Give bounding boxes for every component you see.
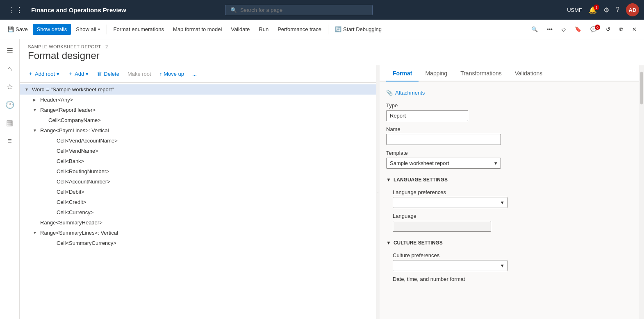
item-text: Header<Any>: [40, 97, 73, 103]
tab-validations[interactable]: Validations: [508, 65, 549, 81]
notification-badge: 1: [594, 5, 599, 10]
show-all-chevron: ▾: [98, 27, 100, 32]
tree-item[interactable]: Cell<VendAccountName>: [20, 136, 376, 146]
tab-format[interactable]: Format: [386, 65, 419, 81]
map-format-button[interactable]: Map format to model: [169, 24, 226, 35]
lang-pref-field-group: Language preferences ▾: [386, 189, 633, 208]
help-icon[interactable]: ?: [616, 6, 619, 14]
tree-item[interactable]: Cell<Debit>: [20, 187, 376, 197]
item-text: Word = "Sample worksheet report": [32, 86, 114, 93]
start-debugging-button[interactable]: 🔄 Start Debugging: [331, 24, 386, 35]
layout: ☰ ⌂ ☆ 🕐 ▦ ≡ SAMPLE WORKSHEET REPORT : 2 …: [0, 39, 644, 319]
name-input[interactable]: [386, 134, 501, 145]
tree-item[interactable]: Cell<SummaryCurrency>: [20, 238, 376, 248]
app-grid-icon[interactable]: ⋮⋮: [5, 2, 26, 18]
tab-mapping[interactable]: Mapping: [419, 65, 454, 81]
template-field-group: Template Sample worksheet report ▾: [386, 150, 633, 169]
delete-button[interactable]: 🗑 Delete: [93, 69, 123, 79]
show-details-button[interactable]: Show details: [33, 24, 71, 35]
avatar[interactable]: AD: [626, 3, 639, 16]
item-text: Range<SummaryLines>: Vertical: [40, 230, 118, 236]
separator-1: [107, 25, 107, 34]
tree-item[interactable]: ▼ Range<PaymLines>: Vertical: [20, 125, 376, 136]
item-text: Cell<Credit>: [57, 199, 86, 205]
culture-pref-label: Culture preferences: [393, 252, 633, 258]
tree-item[interactable]: Range<SummaryHeader>: [20, 217, 376, 228]
tree-item[interactable]: Cell<Credit>: [20, 197, 376, 207]
sidebar-list-icon[interactable]: ≡: [2, 133, 18, 149]
sidebar-menu-icon[interactable]: ☰: [2, 43, 18, 59]
show-all-button[interactable]: Show all ▾: [72, 24, 104, 35]
panel-divider[interactable]: ⋮: [376, 65, 380, 319]
search-icon: 🔍: [230, 7, 237, 13]
tree-item[interactable]: ▶ Header<Any>: [20, 95, 376, 105]
tree-item[interactable]: ▼ Range<SummaryLines>: Vertical: [20, 228, 376, 238]
expand-icon: ▶: [33, 97, 38, 102]
command-bar: 💾 Save Show details Show all ▾ Format en…: [0, 20, 644, 39]
designer-area: ＋ Add root ▾ ＋ Add ▾ 🗑 Delete Make ro: [20, 65, 644, 319]
item-text: Cell<Currency>: [57, 209, 93, 215]
tree-item[interactable]: ▼ Word = "Sample worksheet report": [20, 84, 376, 95]
right-scrollbar[interactable]: [639, 65, 644, 319]
tree-item[interactable]: Cell<Bank>: [20, 156, 376, 166]
lang-pref-chevron: ▾: [501, 199, 504, 206]
tree-container[interactable]: ▼ Word = "Sample worksheet report" ▶ Hea…: [20, 83, 376, 319]
more-cmd-button[interactable]: •••: [543, 24, 557, 35]
refresh-button[interactable]: ↺: [602, 24, 614, 35]
search-input[interactable]: [240, 7, 367, 13]
type-label: Type: [386, 102, 633, 109]
expand-icon: ▼: [33, 231, 38, 235]
msg-badge-button[interactable]: 💬 0: [586, 24, 601, 35]
close-button[interactable]: ✕: [628, 24, 641, 35]
name-field-group: Name: [386, 126, 633, 145]
settings-icon[interactable]: ⚙: [603, 6, 609, 14]
culture-settings-header[interactable]: ▼ CULTURE SETTINGS: [386, 237, 633, 247]
notifications-icon[interactable]: 🔔 1: [589, 6, 597, 14]
item-text: Cell<SummaryCurrency>: [57, 240, 116, 246]
add-root-button[interactable]: ＋ Add root ▾: [25, 68, 63, 79]
lang-pref-select[interactable]: ▾: [393, 197, 507, 208]
more-tree-button[interactable]: ...: [189, 69, 200, 79]
sidebar-home-icon[interactable]: ⌂: [2, 61, 18, 77]
type-input[interactable]: [386, 110, 468, 121]
item-text: Cell<VendName>: [57, 148, 98, 154]
popout-button[interactable]: ⧉: [615, 24, 627, 35]
debug-icon: 🔄: [335, 26, 341, 32]
sidebar-workspaces-icon[interactable]: ▦: [2, 115, 18, 131]
diamond-icon-button[interactable]: ◇: [558, 24, 570, 35]
lang-pref-label: Language preferences: [393, 189, 633, 195]
add-button[interactable]: ＋ Add ▾: [64, 68, 92, 79]
culture-pref-select[interactable]: ▾: [393, 260, 507, 271]
save-button[interactable]: 💾 Save: [3, 24, 32, 35]
search-cmd-button[interactable]: 🔍: [527, 24, 542, 35]
tree-toolbar: ＋ Add root ▾ ＋ Add ▾ 🗑 Delete Make ro: [20, 65, 376, 83]
tree-item[interactable]: Cell<AccountNumber>: [20, 176, 376, 187]
tree-item[interactable]: Cell<VendName>: [20, 146, 376, 156]
type-field-group: Type: [386, 102, 633, 121]
tree-item[interactable]: Cell<RoutingNumber>: [20, 166, 376, 176]
format-enumerations-button[interactable]: Format enumerations: [109, 24, 168, 35]
run-button[interactable]: Run: [255, 24, 273, 35]
tab-transformations[interactable]: Transformations: [454, 65, 508, 81]
move-up-button[interactable]: ↑ Move up: [156, 69, 187, 79]
add-root-chevron: ▾: [57, 71, 59, 77]
language-settings-header[interactable]: ▼ LANGUAGE SETTINGS: [386, 174, 633, 184]
bookmark-icon-button[interactable]: 🔖: [571, 24, 585, 35]
item-text: Cell<RoutingNumber>: [57, 168, 109, 174]
tree-item[interactable]: Cell<Currency>: [20, 207, 376, 217]
sidebar-favorites-icon[interactable]: ☆: [2, 79, 18, 95]
performance-trace-button[interactable]: Performance trace: [273, 24, 325, 35]
template-select[interactable]: Sample worksheet report ▾: [386, 158, 501, 169]
expand-icon: ▼: [25, 87, 30, 92]
language-field-group: Language: [386, 213, 633, 232]
sidebar-recent-icon[interactable]: 🕐: [2, 97, 18, 113]
user-label: USMF: [567, 7, 582, 13]
validate-button[interactable]: Validate: [227, 24, 254, 35]
tree-item[interactable]: Cell<CompanyName>: [20, 115, 376, 125]
item-text: Cell<VendAccountName>: [57, 138, 118, 144]
language-input[interactable]: [393, 221, 491, 232]
attachments-button[interactable]: 📎 Attachments: [386, 88, 425, 97]
tree-item[interactable]: ▼ Range<ReportHeader>: [20, 105, 376, 115]
add-root-plus-icon: ＋: [28, 70, 33, 77]
separator-2: [328, 25, 328, 34]
